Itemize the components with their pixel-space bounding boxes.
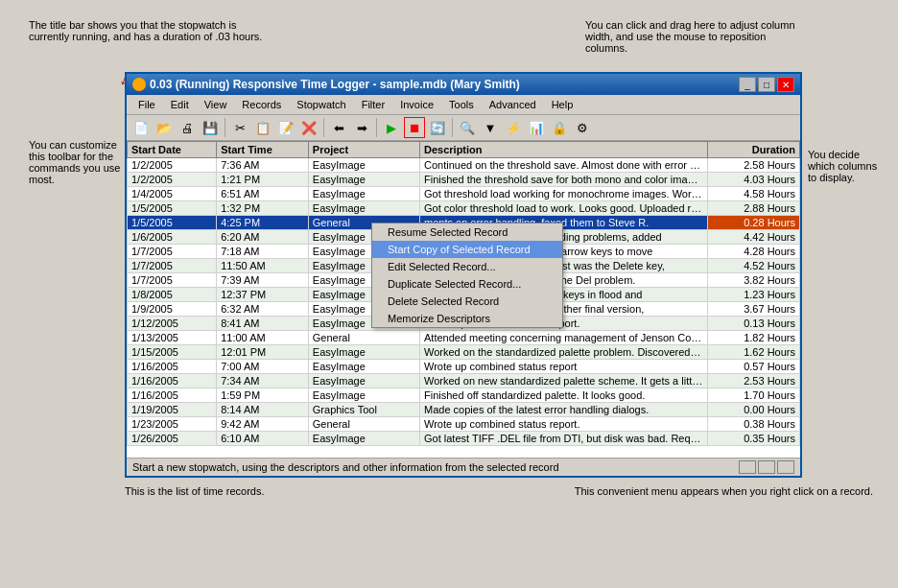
cell-duration: 1.82 Hours <box>708 331 800 345</box>
table-row[interactable]: 1/13/200511:00 AMGeneralAttended meeting… <box>128 331 800 345</box>
toolbar-paste[interactable]: 📝 <box>275 117 296 138</box>
menu-stopwatch[interactable]: Stopwatch <box>289 97 353 112</box>
cell-date: 1/8/2005 <box>128 288 217 302</box>
table-row[interactable]: 1/19/20058:14 AMGraphics ToolMade copies… <box>128 403 800 417</box>
columns-annotation: You decide which columns to display. <box>802 72 879 478</box>
context-resume[interactable]: Resume Selected Record <box>372 223 562 241</box>
cell-duration: 3.67 Hours <box>708 302 800 317</box>
toolbar-lock[interactable]: 🔒 <box>549 117 570 138</box>
cell-time: 9:42 AM <box>217 417 309 432</box>
cell-description: Got threshold load working for monochrom… <box>420 187 708 201</box>
cell-description: Got latest TIFF .DEL file from DTI, but … <box>420 432 708 446</box>
toolbar-next[interactable]: ➡ <box>351 117 372 138</box>
menu-help[interactable]: Help <box>544 97 581 112</box>
status-bar: Start a new stopwatch, using the descrip… <box>127 458 800 476</box>
col-header-description[interactable]: Description <box>420 142 708 158</box>
toolbar-delete[interactable]: ❌ <box>298 117 319 138</box>
cell-date: 1/16/2005 <box>128 388 217 403</box>
cell-description: Worked on new standardized palette schem… <box>420 374 708 388</box>
context-start-copy[interactable]: Start Copy of Selected Record <box>372 241 562 258</box>
toolbar-filter[interactable]: ▼ <box>480 117 501 138</box>
toolbar-search[interactable]: 🔍 <box>457 117 478 138</box>
toolbar-prev[interactable]: ⬅ <box>328 117 349 138</box>
cell-project: EasyImage <box>308 345 419 360</box>
close-button[interactable]: ✕ <box>777 77 794 92</box>
table-row[interactable]: 1/16/20051:59 PMEasyImageFinished off st… <box>128 388 800 403</box>
maximize-button[interactable]: □ <box>758 77 775 92</box>
table-row[interactable]: 1/16/20057:00 AMEasyImageWrote up combin… <box>128 360 800 374</box>
cell-project: EasyImage <box>308 388 419 403</box>
menu-view[interactable]: View <box>197 97 235 112</box>
toolbar-settings[interactable]: ⚙ <box>572 117 593 138</box>
cell-duration: 0.57 Hours <box>708 360 800 374</box>
toolbar-copy[interactable]: 📋 <box>252 117 273 138</box>
cell-time: 4:25 PM <box>217 216 309 230</box>
cell-description: Finished the threshold save for both mon… <box>420 173 708 187</box>
toolbar-open[interactable]: 📂 <box>154 117 175 138</box>
cell-duration: 0.28 Hours <box>708 216 800 230</box>
status-btn-3[interactable] <box>777 460 794 474</box>
menu-file[interactable]: File <box>130 97 163 112</box>
cell-time: 7:00 AM <box>217 360 309 374</box>
cell-project: EasyImage <box>308 432 419 446</box>
application-window: 0.03 (Running) Responsive Time Logger - … <box>125 72 802 478</box>
table-row[interactable]: 1/2/20051:21 PMEasyImageFinished the thr… <box>128 173 800 187</box>
toolbar-print[interactable]: 🖨 <box>177 117 198 138</box>
status-text: Start a new stopwatch, using the descrip… <box>132 461 559 473</box>
cell-duration: 0.00 Hours <box>708 403 800 417</box>
cell-description: Continued on the threshold save. Almost … <box>420 158 708 173</box>
toolbar-new[interactable]: 📄 <box>130 117 152 138</box>
toolbar-lightning[interactable]: ⚡ <box>503 117 524 138</box>
context-edit[interactable]: Edit Selected Record... <box>372 258 562 275</box>
table-row[interactable]: 1/2/20057:36 AMEasyImageContinued on the… <box>128 158 800 173</box>
col-header-time[interactable]: Start Time <box>217 142 309 158</box>
col-header-date[interactable]: Start Date <box>128 142 217 158</box>
cell-time: 7:36 AM <box>217 158 309 173</box>
cell-project: General <box>308 417 419 432</box>
cell-duration: 2.88 Hours <box>708 201 800 216</box>
menu-records[interactable]: Records <box>234 97 289 112</box>
toolbar-start[interactable]: ▶ <box>381 117 402 138</box>
cell-project: EasyImage <box>308 374 419 388</box>
table-row[interactable]: 1/26/20056:10 AMEasyImageGot latest TIFF… <box>128 432 800 446</box>
contextmenu-annotation: This convenient menu appears when you ri… <box>575 485 873 497</box>
data-grid: Start Date Start Time Project Descriptio… <box>127 141 800 458</box>
toolbar-stop[interactable]: ⏹ <box>404 117 425 138</box>
toolbar-refresh[interactable]: 🔄 <box>427 117 448 138</box>
table-row[interactable]: 1/16/20057:34 AMEasyImageWorked on new s… <box>128 374 800 388</box>
context-delete[interactable]: Delete Selected Record <box>372 293 562 310</box>
cell-time: 12:37 PM <box>217 288 309 302</box>
toolbar-save[interactable]: 💾 <box>200 117 221 138</box>
context-memorize[interactable]: Memorize Descriptors <box>372 310 562 327</box>
cell-time: 8:41 AM <box>217 317 309 331</box>
col-header-duration[interactable]: Duration <box>708 142 800 158</box>
cell-date: 1/6/2005 <box>128 230 217 245</box>
table-row[interactable]: 1/4/20056:51 AMEasyImageGot threshold lo… <box>128 187 800 201</box>
cell-project: EasyImage <box>308 201 419 216</box>
cell-duration: 4.52 Hours <box>708 259 800 273</box>
toolbar-cut[interactable]: ✂ <box>229 117 250 138</box>
table-row[interactable]: 1/5/20051:32 PMEasyImageGot color thresh… <box>128 201 800 216</box>
context-duplicate[interactable]: Duplicate Selected Record... <box>372 275 562 293</box>
menu-advanced[interactable]: Advanced <box>482 97 544 112</box>
toolbar-report[interactable]: 📊 <box>526 117 547 138</box>
titlebar-annotation: The title bar shows you that the stopwat… <box>29 19 278 42</box>
status-btn-1[interactable] <box>739 460 756 474</box>
status-btn-2[interactable] <box>758 460 775 474</box>
table-row[interactable]: 1/23/20059:42 AMGeneralWrote up combined… <box>128 417 800 432</box>
cell-time: 12:01 PM <box>217 345 309 360</box>
table-row[interactable]: 1/15/200512:01 PMEasyImageWorked on the … <box>128 345 800 360</box>
cell-project: EasyImage <box>308 158 419 173</box>
minimize-button[interactable]: _ <box>739 77 756 92</box>
menu-edit[interactable]: Edit <box>163 97 197 112</box>
cell-time: 1:59 PM <box>217 388 309 403</box>
menu-filter[interactable]: Filter <box>354 97 392 112</box>
toolbar-annotation: You can customize this toolbar for the c… <box>29 72 125 478</box>
col-header-project[interactable]: Project <box>308 142 419 158</box>
cell-duration: 2.58 Hours <box>708 158 800 173</box>
cell-description: Made copies of the latest error handling… <box>420 403 708 417</box>
menu-invoice[interactable]: Invoice <box>392 97 441 112</box>
window-title: 0.03 (Running) Responsive Time Logger - … <box>150 78 520 91</box>
cell-date: 1/16/2005 <box>128 374 217 388</box>
menu-tools[interactable]: Tools <box>441 97 482 112</box>
